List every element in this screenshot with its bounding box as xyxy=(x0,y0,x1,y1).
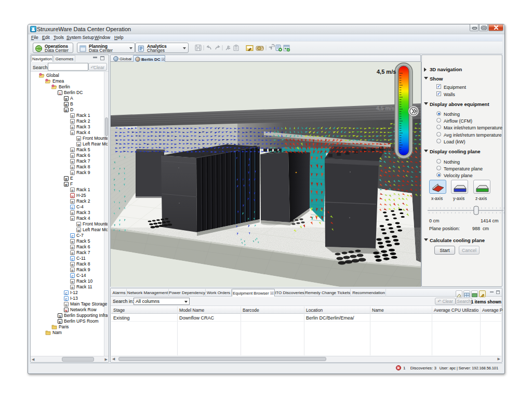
svg-text:4,5 m/s: 4,5 m/s xyxy=(377,69,396,75)
svg-text:4,5 m/s: 4,5 m/s xyxy=(376,105,395,111)
svg-text:0 m/s: 0 m/s xyxy=(381,146,394,152)
